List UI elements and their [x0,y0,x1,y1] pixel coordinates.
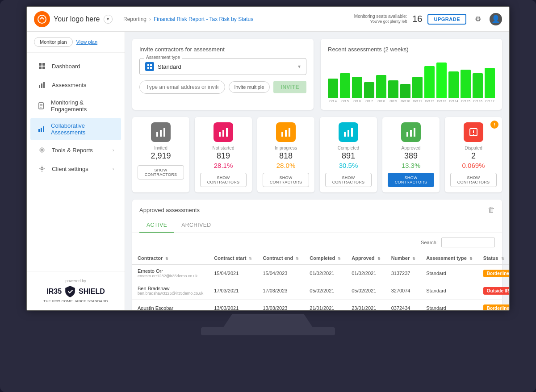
svg-rect-25 [222,130,224,137]
svg-rect-13 [41,128,42,132]
stat-card-not-started: Not started81928.1%SHOW CONTRACTORS [195,117,252,192]
chart-bar-label: Oct 11 [413,100,422,103]
nav-items: Dashboard Assessments [27,53,125,271]
chart-bar-group: Oct 14 [448,71,459,103]
search-label: Search: [421,240,438,245]
tab-active[interactable]: ACTIVE [139,218,174,233]
chart-bar-group: Oct 10 [400,84,410,103]
chart-bar-label: Oct 13 [437,100,446,103]
cell-contract-start: 13/03/2021 [209,300,257,311]
svg-rect-28 [285,130,287,137]
monitor-plan-button[interactable]: Monitor plan [34,37,73,47]
assessment-type-field[interactable]: Assessment type Standard ▾ [139,58,306,75]
svg-rect-27 [281,132,283,137]
status-badge: Borderline Outside IR35 [483,270,509,277]
sidebar-item-collaborative[interactable]: Collaborative Assessments [30,118,121,140]
stat-label-approved: Approved [388,146,434,150]
svg-rect-35 [414,128,415,137]
svg-rect-3 [39,67,42,69]
svg-rect-33 [406,132,408,137]
settings-icon[interactable]: ⚙ [472,13,484,25]
sidebar-item-assessments-label: Assessments [52,82,86,88]
breadcrumb-current: Financial Risk Report - Tax Risk by Stat… [154,16,253,22]
cell-contract-end: 13/03/2023 [257,300,304,311]
cell-number: 0372434 [386,300,421,311]
show-contractors-button-completed[interactable]: SHOW CONTRACTORS [325,173,372,187]
chart-bar [473,73,483,98]
shield-icon [63,285,77,298]
sidebar-item-collaborative-label: Collaborative Assessments [51,122,114,136]
search-input[interactable] [441,238,495,247]
chart-bar-label: Oct 4 [329,100,337,103]
status-badge: Borderline Outside IR35 [483,304,509,311]
sidebar-item-tools[interactable]: Tools & Reports › [30,141,121,159]
monitor-stand [223,314,313,327]
sidebar-footer: powered by IR35 SHIELD THE IR35 COMPLIAN… [27,271,125,310]
chart-bar-label: Oct 15 [461,100,470,103]
logo-dropdown-icon[interactable]: ▾ [104,15,113,24]
grid-icon [38,62,46,71]
seats-info: Monitoring seats available: You've got p… [354,13,407,25]
chart-title: Recent assessments (2 weeks) [328,46,495,53]
chart-bar [352,77,362,98]
sidebar-item-dashboard[interactable]: Dashboard [30,57,121,75]
table-row: Ben Bradshaw ben.bradshaw3125@ir35demo.c… [132,282,509,300]
chart-bar-group: Oct 7 [364,82,374,103]
svg-rect-12 [38,129,40,132]
invite-multiple-button[interactable]: invite multiple [229,81,270,93]
tab-archived[interactable]: ARCHIVED [174,218,218,233]
breadcrumb-separator: › [149,16,151,22]
show-contractors-button-in-progress[interactable]: SHOW CONTRACTORS [263,173,309,187]
stat-number-disputed: 2 [450,151,497,161]
chart-bar-group: Oct 8 [376,75,386,103]
cell-assessment-type: Standard [421,265,478,282]
user-avatar-icon[interactable]: 👤 [490,13,502,25]
svg-rect-5 [39,85,40,88]
show-contractors-button-approved[interactable]: SHOW CONTRACTORS [388,173,434,187]
stat-icon-invited [151,122,171,142]
cell-contractor: Agustin Escobar [132,300,209,311]
sidebar-item-assessments[interactable]: Assessments [30,76,121,94]
view-plan-link[interactable]: View plan [76,39,98,45]
sidebar-item-monitoring[interactable]: Monitoring & Engagements [30,95,121,117]
cell-completed: 05/02/2021 [304,282,346,300]
svg-point-15 [41,149,43,151]
cell-completed: 01/02/2021 [304,265,346,282]
stat-card-disputed: Disputed20.069%SHOW CONTRACTORS! [445,117,502,192]
stat-card-invited: Invited2,919SHOW CONTRACTORS [132,117,189,192]
chart-bar-label: Oct 14 [449,100,458,103]
approved-panel: Approved assessments 🗑 ACTIVE ARCHIVED S… [132,200,502,310]
header-right: Monitoring seats available: You've got p… [354,13,502,25]
field-label: Assessment type [144,55,182,60]
stat-number-completed: 891 [325,151,372,161]
cell-approved: 23/01/2021 [346,300,385,311]
chart-bar [340,73,350,98]
invite-button[interactable]: INVITE [273,81,306,93]
svg-rect-6 [41,83,42,88]
sidebar-item-client[interactable]: Client settings › [30,160,121,178]
svg-point-38 [473,134,474,135]
stat-card-completed: Completed89130.5%SHOW CONTRACTORS [320,117,377,192]
content-area: Invite contractors for assessment Assess… [125,32,509,310]
chart-bar-label: Oct 8 [377,100,385,103]
col-contractor: Contractor ⇅ [132,252,209,265]
upgrade-button[interactable]: UPGRADE [427,14,466,25]
gear-icon [38,164,46,173]
svg-rect-7 [43,82,45,88]
seats-count: 16 [412,14,422,24]
svg-rect-26 [226,128,228,137]
cell-contract-start: 17/03/2021 [209,282,257,300]
show-contractors-button-not-started[interactable]: SHOW CONTRACTORS [200,173,247,187]
show-contractors-button-disputed[interactable]: SHOW CONTRACTORS [450,173,497,187]
col-number: Number ⇅ [386,252,421,265]
svg-rect-21 [156,132,158,137]
invite-panel: Invite contractors for assessment Assess… [132,39,314,110]
email-input[interactable] [139,80,225,94]
show-contractors-button-invited[interactable]: SHOW CONTRACTORS [138,165,184,179]
delete-icon[interactable]: 🗑 [488,206,495,214]
cell-contract-end: 17/03/2023 [257,282,304,300]
chart-bar-group: Oct 16 [473,73,483,103]
cell-assessment-type: Standard [421,282,478,300]
sidebar-item-monitoring-label: Monitoring & Engagements [51,99,114,113]
stat-label-in-progress: In progress [263,146,309,150]
